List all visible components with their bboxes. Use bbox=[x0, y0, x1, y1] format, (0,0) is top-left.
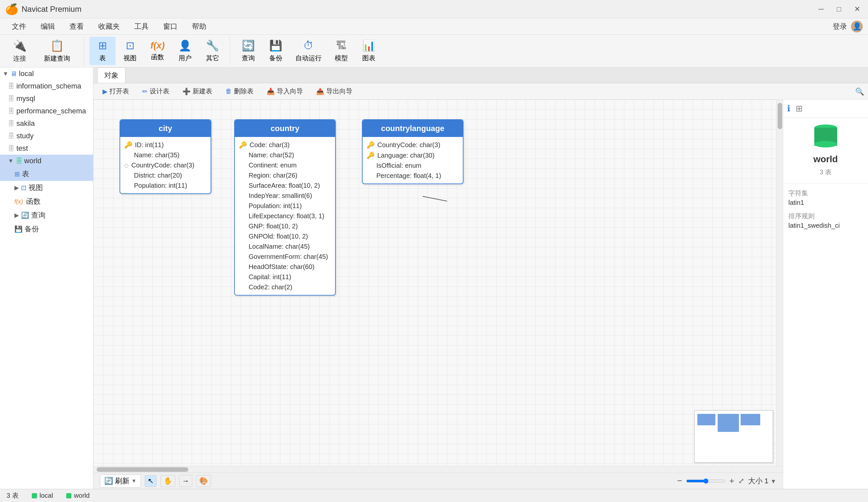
er-field-cl-language: 🔑 Language: char(30) bbox=[366, 150, 459, 161]
sidebar-label-info-schema: information_schema bbox=[17, 82, 81, 90]
menu-window[interactable]: 窗口 bbox=[157, 20, 184, 33]
field-name: Code2: char(2) bbox=[249, 284, 292, 291]
close-button[interactable]: ✕ bbox=[851, 3, 863, 15]
field-name: Continent: enum bbox=[249, 162, 297, 169]
sidebar-item-information-schema[interactable]: 🗄 information_schema bbox=[0, 80, 93, 92]
field-name: GovernmentForm: char(45) bbox=[249, 253, 328, 260]
er-field-country-govform: GovernmentForm: char(45) bbox=[239, 252, 331, 262]
toolbar-model-button[interactable]: 🏗 模型 bbox=[328, 37, 354, 65]
toolbar-table-button[interactable]: ⊞ 表 bbox=[90, 37, 116, 65]
sidebar-label-tables: 表 bbox=[22, 169, 29, 179]
titlebar-left: 🍊 Navicat Premium bbox=[5, 3, 82, 16]
delete-table-button[interactable]: 🗑 删除表 bbox=[220, 85, 259, 98]
sidebar-label-backups: 备份 bbox=[24, 224, 39, 234]
arrow-button[interactable]: → bbox=[179, 475, 192, 487]
export-wizard-button[interactable]: 📤 导出向导 bbox=[311, 85, 358, 98]
sidebar-label-functions: 函数 bbox=[26, 197, 41, 206]
color-button[interactable]: 🎨 bbox=[196, 475, 211, 487]
zoom-bar: 🔄 刷新 ▼ ↖ ✋ → 🎨 − + ⤢ bbox=[93, 472, 783, 489]
sidebar-item-func-group[interactable]: f(x) 函数 bbox=[0, 195, 93, 208]
new-table-label: 新建表 bbox=[193, 87, 212, 96]
table-icon: ⊞ bbox=[98, 39, 107, 52]
field-name: HeadOfState: char(60) bbox=[249, 263, 314, 271]
toolbar-connect-button[interactable]: 🔌 连接 bbox=[7, 37, 33, 65]
menu-tools[interactable]: 工具 bbox=[128, 20, 155, 33]
toolbar-view-button[interactable]: ⊡ 视图 bbox=[117, 37, 143, 65]
er-table-city-header: city bbox=[120, 120, 210, 137]
minimize-button[interactable]: ─ bbox=[816, 3, 826, 15]
connection-icon: 🖥 bbox=[10, 70, 17, 78]
er-diagram-area[interactable]: city 🔑 ID: int(11) Name: char(35) ◇ Co bbox=[93, 100, 783, 489]
toolbar-schedule-button[interactable]: ⏱ 自动运行 bbox=[290, 37, 327, 65]
sidebar-item-view-group[interactable]: ▶ ⊡ 视图 bbox=[0, 181, 93, 195]
sidebar-item-sakila[interactable]: 🗄 sakila bbox=[0, 117, 93, 130]
sidebar-item-table-group[interactable]: ⊞ 表 bbox=[0, 167, 93, 181]
grid-view-button[interactable]: ⊞ bbox=[794, 102, 804, 115]
er-field-country-region: Region: char(26) bbox=[239, 171, 331, 181]
er-table-country-body: 🔑 Code: char(3) Name: char(52) Continent… bbox=[235, 137, 335, 295]
open-table-label: 打开表 bbox=[110, 87, 129, 96]
cursor-button[interactable]: ↖ bbox=[145, 475, 157, 487]
sidebar-item-world[interactable]: ▼ 🗄 world bbox=[0, 155, 93, 167]
field-name: Name: char(35) bbox=[134, 151, 179, 159]
refresh-button[interactable]: 🔄 刷新 ▼ bbox=[100, 474, 141, 488]
design-table-button[interactable]: ✏ 设计表 bbox=[137, 85, 175, 98]
er-table-countrylanguage[interactable]: countrylanguage 🔑 CountryCode: char(3) 🔑… bbox=[362, 119, 464, 184]
menu-view[interactable]: 查看 bbox=[63, 20, 90, 33]
app-title: Navicat Premium bbox=[22, 4, 82, 14]
er-table-city[interactable]: city 🔑 ID: int(11) Name: char(35) ◇ Co bbox=[120, 119, 211, 194]
horizontal-scrollbar[interactable] bbox=[93, 466, 783, 472]
menu-file[interactable]: 文件 bbox=[5, 20, 33, 33]
backup-group-icon: 💾 bbox=[14, 225, 23, 233]
h-scroll-thumb[interactable] bbox=[97, 467, 188, 472]
export-icon: 📤 bbox=[316, 88, 324, 95]
toolbar-query-button[interactable]: 🔄 查询 bbox=[235, 37, 261, 65]
toolbar-function-button[interactable]: f(x) 函数 bbox=[144, 38, 170, 64]
view-icon: ⊡ bbox=[126, 39, 135, 52]
primary-key-icon-4: 🔑 bbox=[366, 151, 375, 159]
sidebar-item-test[interactable]: 🗄 test bbox=[0, 142, 93, 155]
import-wizard-button[interactable]: 📥 导入向导 bbox=[261, 85, 308, 98]
er-field-country-headofstate: HeadOfState: char(60) bbox=[239, 262, 331, 272]
hand-button[interactable]: ✋ bbox=[161, 475, 175, 487]
delete-table-icon: 🗑 bbox=[225, 88, 232, 95]
refresh-label: 刷新 bbox=[115, 476, 130, 486]
field-name: CountryCode: char(3) bbox=[131, 162, 194, 169]
toolbar-other-button[interactable]: 🔧 其它 bbox=[199, 37, 226, 65]
open-table-button[interactable]: ▶ 打开表 bbox=[97, 85, 134, 98]
er-table-country[interactable]: country 🔑 Code: char(3) Name: char(52) bbox=[234, 119, 336, 296]
sidebar-item-performance-schema[interactable]: 🗄 performance_schema bbox=[0, 105, 93, 117]
size-dropdown[interactable]: ▼ bbox=[771, 478, 776, 485]
toolbar-new-query-button[interactable]: 📋 新建查询 bbox=[34, 37, 80, 65]
new-table-button[interactable]: ➕ 新建表 bbox=[177, 85, 217, 98]
tab-objects[interactable]: 对象 bbox=[97, 68, 125, 83]
menu-favorites[interactable]: 收藏夹 bbox=[92, 20, 126, 33]
minimap[interactable] bbox=[694, 410, 773, 463]
sidebar-item-query-group[interactable]: ▶ 🔄 查询 bbox=[0, 208, 93, 222]
tab-bar: 对象 bbox=[93, 68, 868, 83]
toolbar-user-button[interactable]: 👤 用户 bbox=[172, 37, 198, 65]
toolbar-backup-button[interactable]: 💾 备份 bbox=[263, 37, 289, 65]
er-field-country-capital: Capital: int(11) bbox=[239, 272, 331, 282]
zoom-slider[interactable] bbox=[686, 479, 725, 484]
zoom-minus-button[interactable]: − bbox=[677, 476, 682, 486]
toolbar-group-types: ⊞ 表 ⊡ 视图 f(x) 函数 👤 用户 🔧 其它 bbox=[85, 37, 230, 66]
menu-help[interactable]: 帮助 bbox=[185, 20, 213, 33]
zoom-expand-button[interactable]: ⤢ bbox=[738, 477, 744, 485]
toolbar-chart-button[interactable]: 📊 图表 bbox=[356, 37, 382, 65]
menu-edit[interactable]: 编辑 bbox=[34, 20, 62, 33]
login-button[interactable]: 登录 bbox=[833, 22, 847, 31]
info-icon-button[interactable]: ℹ bbox=[786, 102, 792, 115]
status-table-count: 3 表 bbox=[7, 491, 19, 500]
sidebar-item-mysql[interactable]: 🗄 mysql bbox=[0, 92, 93, 105]
sidebar-item-local[interactable]: ▼ 🖥 local bbox=[0, 68, 93, 80]
db-icon-1: 🗄 bbox=[8, 83, 14, 90]
sidebar-item-study[interactable]: 🗄 study bbox=[0, 130, 93, 142]
vertical-scrollbar[interactable] bbox=[776, 100, 783, 466]
maximize-button[interactable]: □ bbox=[834, 3, 844, 15]
sidebar-item-backup-group[interactable]: 💾 备份 bbox=[0, 222, 93, 236]
field-name: Population: int(11) bbox=[134, 182, 187, 189]
v-scroll-thumb[interactable] bbox=[778, 103, 782, 129]
search-icon: 🔍 bbox=[855, 88, 864, 96]
zoom-plus-button[interactable]: + bbox=[730, 476, 734, 486]
